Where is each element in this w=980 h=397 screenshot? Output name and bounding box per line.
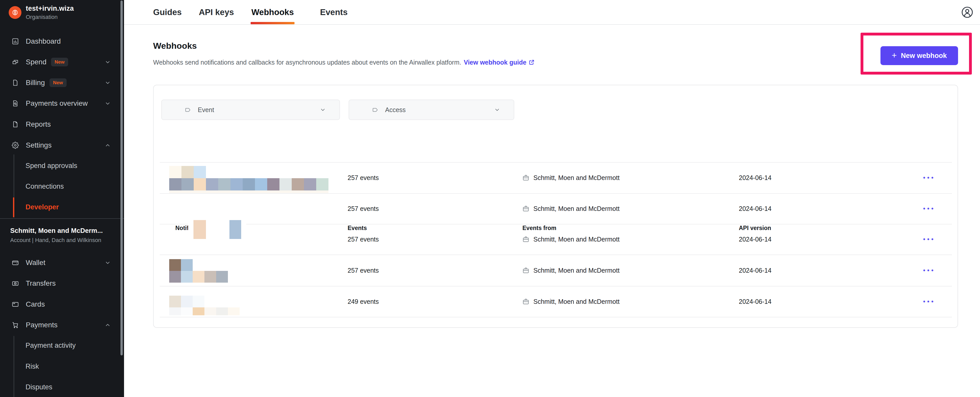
sidebar-item-label: Payments overview: [26, 99, 88, 107]
sidebar-item-payments[interactable]: Payments: [0, 314, 124, 335]
org-logo-icon: [11, 9, 19, 16]
org-name: test+irvin.wiza: [26, 5, 74, 13]
table-row[interactable]: 257 events Schmitt, Moen and McDermott 2…: [154, 162, 959, 193]
table-row[interactable]: 257 events Schmitt, Moen and McDermott 2…: [154, 193, 959, 224]
sidebar-item-dashboard[interactable]: Dashboard: [0, 31, 124, 51]
sidebar-item-label: Wallet: [26, 258, 45, 267]
chevron-down-icon: [105, 80, 111, 86]
tab-guides[interactable]: Guides: [153, 0, 182, 24]
table-row[interactable]: 257 events Schmitt, Moen and McDermott 2…: [154, 224, 959, 255]
events-count: 257 events: [348, 174, 379, 182]
sidebar-item-transfers[interactable]: Transfers: [0, 273, 124, 293]
sidebar-item-label: Developer: [25, 203, 59, 211]
events-from-cell: Schmitt, Moen and McDermott: [522, 266, 620, 274]
events-from-name: Schmitt, Moen and McDermott: [533, 298, 620, 305]
chevron-up-icon: [105, 142, 111, 148]
payments-overview-icon: [11, 100, 19, 107]
api-version: 2024-06-14: [739, 266, 772, 274]
sidebar-item-label: Disputes: [25, 383, 52, 391]
tag-icon: [372, 107, 379, 113]
events-count: 257 events: [348, 205, 379, 212]
row-actions-button[interactable]: [921, 235, 936, 244]
sidebar-item-label: Connections: [25, 183, 64, 190]
cards-icon: [11, 300, 19, 308]
chevron-down-icon: [494, 107, 501, 113]
table-row[interactable]: 257 events Schmitt, Moen and McDermott 2…: [154, 255, 959, 286]
org-type: Organisation: [26, 14, 74, 21]
new-badge: New: [51, 58, 68, 66]
sidebar-item-developer[interactable]: Developer: [0, 197, 124, 217]
org-avatar: [9, 6, 21, 19]
access-filter-label: Access: [385, 106, 406, 113]
sidebar: test+irvin.wiza Organisation Dashboard S…: [0, 0, 124, 397]
sidebar-scrollbar[interactable]: [121, 0, 123, 356]
row-divider: [160, 317, 952, 317]
gear-icon: [11, 142, 19, 149]
briefcase-icon: [522, 236, 529, 243]
sidebar-item-billing[interactable]: Billing New: [0, 72, 124, 93]
sidebar-item-label: Risk: [25, 362, 39, 370]
page-description: Webhooks send notifications and callback…: [153, 59, 535, 67]
org-text: test+irvin.wiza Organisation: [26, 5, 74, 21]
sidebar-item-payments-overview[interactable]: Payments overview: [0, 93, 124, 113]
wallet-icon: [11, 259, 19, 266]
tag-icon: [185, 107, 192, 113]
org-switcher[interactable]: test+irvin.wiza Organisation: [9, 5, 74, 21]
sidebar-item-spend[interactable]: Spend New: [0, 51, 124, 72]
chevron-up-icon: [105, 322, 111, 328]
sidebar-item-wallet[interactable]: Wallet: [0, 252, 124, 273]
sidebar-item-settings[interactable]: Settings: [0, 135, 124, 155]
api-version: 2024-06-14: [739, 236, 772, 243]
access-filter-dropdown[interactable]: Access: [348, 100, 514, 120]
row-actions-button[interactable]: [921, 297, 936, 306]
new-badge: New: [49, 78, 67, 87]
row-actions-button[interactable]: [921, 173, 936, 182]
sidebar-item-reports[interactable]: Reports: [0, 114, 124, 134]
cart-icon: [11, 321, 19, 329]
row-actions-button[interactable]: [921, 266, 936, 275]
active-item-indicator: [13, 197, 14, 217]
api-version: 2024-06-14: [739, 298, 772, 305]
chevron-down-icon: [105, 260, 111, 266]
tab-api-keys[interactable]: API keys: [199, 0, 234, 24]
tab-webhooks[interactable]: Webhooks: [251, 0, 294, 24]
sidebar-item-label: Dashboard: [26, 37, 61, 45]
sidebar-item-label: Spend approvals: [25, 162, 77, 170]
account-detail: Account | Hand, Dach and Wilkinson: [10, 237, 118, 244]
events-from-name: Schmitt, Moen and McDermott: [533, 174, 620, 182]
briefcase-icon: [522, 298, 529, 305]
table-row[interactable]: 249 events Schmitt, Moen and McDermott 2…: [154, 286, 959, 317]
sidebar-item-spend-approvals[interactable]: Spend approvals: [0, 155, 124, 176]
new-webhook-button[interactable]: + New webhook: [880, 46, 958, 65]
transfers-icon: [11, 279, 19, 287]
plus-icon: +: [892, 50, 897, 60]
sidebar-item-risk[interactable]: Risk: [0, 356, 124, 377]
events-from-name: Schmitt, Moen and McDermott: [533, 205, 620, 212]
sidebar-item-payment-activity[interactable]: Payment activity: [0, 335, 124, 356]
sidebar-item-label: Cards: [26, 300, 45, 308]
chevron-down-icon: [105, 59, 111, 65]
chevron-down-icon: [320, 107, 326, 113]
briefcase-icon: [522, 267, 529, 274]
top-navigation: Guides API keys Webhooks Events: [124, 0, 980, 25]
tab-events[interactable]: Events: [320, 0, 348, 24]
spend-icon: [11, 58, 19, 66]
events-count: 249 events: [348, 298, 379, 305]
events-from-cell: Schmitt, Moen and McDermott: [522, 298, 620, 305]
row-actions-button[interactable]: [921, 204, 936, 213]
webhooks-page: test+irvin.wiza Organisation Dashboard S…: [0, 0, 980, 397]
webhook-guide-link[interactable]: View webhook guide: [464, 59, 526, 66]
profile-button[interactable]: [961, 6, 974, 18]
sidebar-item-disputes[interactable]: Disputes: [0, 377, 124, 397]
briefcase-icon: [522, 205, 529, 212]
sidebar-item-label: Payments: [26, 321, 58, 329]
reports-icon: [11, 121, 19, 128]
user-icon: [961, 6, 974, 18]
account-switcher[interactable]: Schmitt, Moen and McDerm... Account | Ha…: [10, 227, 118, 244]
sidebar-item-connections[interactable]: Connections: [0, 176, 124, 197]
api-version: 2024-06-14: [739, 174, 772, 182]
webhooks-card: Event Access Notification URL Events Eve…: [153, 85, 958, 328]
event-filter-dropdown[interactable]: Event: [161, 100, 340, 120]
sidebar-item-cards[interactable]: Cards: [0, 294, 124, 314]
briefcase-icon: [522, 174, 529, 181]
